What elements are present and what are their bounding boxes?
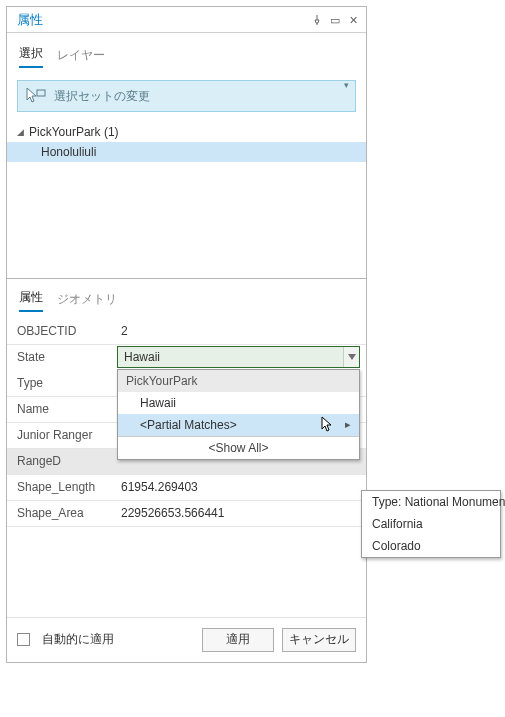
state-dropdown: PickYourPark Hawaii <Partial Matches> ▸ … [117, 369, 360, 460]
dropdown-group: PickYourPark [118, 370, 359, 392]
table-row: Shape_Length 61954.269403 [7, 474, 366, 500]
pane-title: 属性 [17, 11, 308, 29]
top-tabs: 選択 レイヤー [7, 33, 366, 74]
pin-icon[interactable] [308, 15, 326, 25]
field-label: Shape_Area [7, 500, 117, 526]
tree-child-row[interactable]: Honoluliuli [7, 142, 366, 162]
field-label: Type [7, 370, 117, 396]
feature-tree: ◢ PickYourPark (1) Honoluliuli [7, 122, 366, 278]
field-label: Junior Ranger [7, 422, 117, 448]
lower-tabs: 属性 ジオメトリ [7, 279, 366, 318]
submenu-item[interactable]: Type: National Monument [362, 491, 500, 513]
submenu-arrow-icon: ▸ [345, 418, 351, 431]
attributes-pane: 属性 ▭ ✕ 選択 レイヤー 選択セットの変更 ▾ ◢ PickYourPark… [6, 6, 367, 663]
submenu-item[interactable]: Colorado [362, 535, 500, 557]
auto-apply-checkbox[interactable] [17, 633, 30, 646]
dropdown-item-label: <Partial Matches> [140, 418, 237, 432]
close-icon[interactable]: ✕ [344, 11, 362, 29]
tab-selection[interactable]: 選択 [19, 45, 43, 68]
dropdown-item[interactable]: Hawaii [118, 392, 359, 414]
field-value: 2 [117, 318, 366, 344]
table-row: State PickYourPark Hawaii <Partial Match… [7, 344, 366, 370]
footer: 自動的に適用 適用 キャンセル [7, 617, 366, 662]
tab-layer[interactable]: レイヤー [57, 47, 105, 68]
lower-section: 属性 ジオメトリ OBJECTID 2 State PickYourPar [7, 278, 366, 662]
tree-root-count: (1) [104, 125, 119, 139]
apply-button[interactable]: 適用 [202, 628, 274, 652]
field-label: RangeD [7, 448, 117, 474]
tab-geometry[interactable]: ジオメトリ [57, 291, 117, 312]
attribute-table: OBJECTID 2 State PickYourPark Hawaii [7, 318, 366, 527]
partial-match-submenu: Type: National Monument California Color… [361, 490, 501, 558]
tree-child-label: Honoluliuli [41, 145, 96, 159]
tree-root-label: PickYourPark [29, 125, 101, 139]
titlebar: 属性 ▭ ✕ [7, 7, 366, 33]
field-value: 61954.269403 [117, 474, 366, 500]
dropdown-item-partial[interactable]: <Partial Matches> ▸ [118, 414, 359, 436]
change-selection-button[interactable]: 選択セットの変更 ▾ [17, 80, 356, 112]
field-label: Name [7, 396, 117, 422]
cancel-button[interactable]: キャンセル [282, 628, 356, 652]
dropdown-icon[interactable] [343, 347, 359, 367]
dropdown-showall[interactable]: <Show All> [118, 437, 359, 459]
table-row: Shape_Area 229526653.566441 [7, 500, 366, 526]
collapse-icon[interactable]: ◢ [17, 127, 29, 137]
select-cursor-icon [26, 87, 46, 105]
state-input[interactable] [117, 346, 360, 368]
tree-root-row[interactable]: ◢ PickYourPark (1) [7, 122, 366, 142]
svg-rect-0 [37, 90, 45, 96]
cursor-icon [321, 416, 335, 432]
field-label: OBJECTID [7, 318, 117, 344]
field-label: Shape_Length [7, 474, 117, 500]
field-label: State [7, 344, 117, 370]
auto-apply-label: 自動的に適用 [42, 631, 114, 648]
tab-attributes[interactable]: 属性 [19, 289, 43, 312]
state-combo: PickYourPark Hawaii <Partial Matches> ▸ … [117, 346, 360, 368]
chevron-down-icon: ▾ [344, 80, 349, 90]
maximize-icon[interactable]: ▭ [326, 11, 344, 29]
submenu-item[interactable]: California [362, 513, 500, 535]
field-value: 229526653.566441 [117, 500, 366, 526]
change-selection-label: 選択セットの変更 [54, 88, 150, 105]
table-row: OBJECTID 2 [7, 318, 366, 344]
